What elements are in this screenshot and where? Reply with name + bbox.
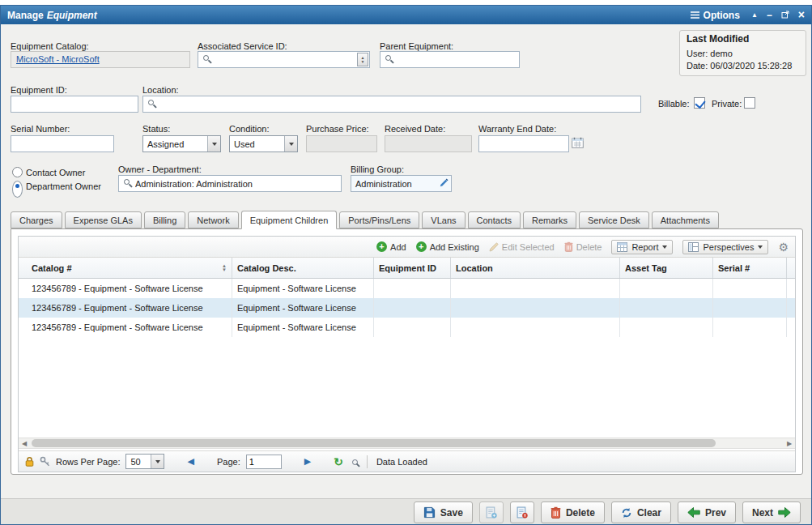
minimize-button[interactable]: − [767,11,772,20]
collapse-button[interactable]: ▲ [751,12,758,19]
tab-service-desk[interactable]: Service Desk [579,211,649,228]
status-select[interactable]: Assigned [142,135,221,152]
window-title: ManageEquipment [7,10,97,21]
equipment-id-input[interactable] [11,96,138,113]
next-button[interactable]: Next [742,502,801,523]
tab-contacts[interactable]: Contacts [468,211,521,228]
page-next-button[interactable]: ▶ [304,456,311,467]
report-button[interactable]: Report [611,240,673,254]
clear-button[interactable]: Clear [611,502,671,523]
associated-service-id-field: ▲ ▼ [198,51,370,68]
titlebar: ManageEquipment Options ▲ − × [1,6,811,24]
cell-catalog-desc: Equipment - Software License [232,298,374,318]
billable-checkbox[interactable] [694,97,705,109]
page-input[interactable] [246,455,282,469]
sort-icon: ▲▼ [222,264,227,272]
save-new-button[interactable] [479,502,504,523]
save-button[interactable]: Save [414,502,473,523]
save-close-button[interactable] [510,502,534,523]
column-header-catalog-number[interactable]: Catalog # ▲▼ [19,258,232,278]
divider [367,455,368,468]
purchase-price-label: Purchase Price: [306,124,369,134]
parent-equipment-input[interactable] [380,51,520,68]
tab-equipment-children[interactable]: Equipment Children [241,211,338,229]
lookup-spinner-button[interactable]: ▲ ▼ [357,53,368,66]
billing-group-field[interactable]: Administration [351,175,452,192]
zoom-button[interactable] [349,457,358,467]
purchase-price-field [306,135,377,152]
lock-button[interactable] [25,456,34,467]
equipment-id-label: Equipment ID: [11,85,67,95]
chevron-down-icon [284,136,297,152]
refresh-button[interactable]: ↻ [334,456,343,467]
tab-charges[interactable]: Charges [11,211,62,228]
tab-attachments[interactable]: Attachments [652,211,719,228]
delete-button[interactable]: Delete [541,502,605,523]
document-remove-icon [517,506,528,519]
arrow-left-icon: ◀ [22,440,27,447]
received-date-label: Received Date: [385,124,445,134]
arrow-left-icon: ◀ [187,456,193,466]
column-header-catalog-desc[interactable]: Catalog Desc. [232,258,374,278]
warranty-end-date-input[interactable] [478,135,569,152]
grid-settings-button[interactable]: ⚙ [778,241,789,253]
department-owner-radio[interactable] [12,181,23,198]
private-checkbox[interactable] [744,97,755,109]
report-icon [617,242,627,252]
table-row[interactable]: 123456789 - Equipment - Software License… [19,279,795,298]
calendar-button[interactable] [571,137,585,151]
close-icon: × [798,8,805,21]
options-button[interactable]: Options [691,10,740,21]
close-button[interactable]: × [798,9,805,20]
scroll-right-button[interactable]: ▶ [784,440,795,447]
tab-bar: Charges Expense GLAs Billing Network Equ… [11,210,801,228]
scrollbar-thumb[interactable] [32,439,716,447]
lock-icon [25,456,34,467]
tab-remarks[interactable]: Remarks [523,211,576,228]
calendar-icon [572,137,584,148]
tab-expense-glas[interactable]: Expense GLAs [65,211,142,228]
column-header-location[interactable]: Location [451,258,620,278]
perspectives-button[interactable]: Perspectives [682,240,768,254]
tab-billing[interactable]: Billing [144,211,185,228]
clear-button-label: Clear [637,507,661,519]
column-header-asset-tag[interactable]: Asset Tag [620,258,713,278]
popout-button[interactable] [781,11,789,20]
location-input[interactable] [142,96,641,113]
contact-owner-label: Contact Owner [26,168,85,177]
horizontal-scrollbar[interactable]: ◀ ▶ [19,438,795,449]
add-button[interactable]: + Add [376,241,406,252]
last-modified-date: Date: 06/03/2020 15:28:28 [687,60,799,72]
equipment-catalog-link[interactable]: MicroSoft - MicroSoft [16,54,100,64]
add-existing-button[interactable]: + Add Existing [416,241,479,252]
prev-button[interactable]: Prev [678,502,736,523]
serial-number-input[interactable] [11,135,114,152]
last-modified-panel: Last Modified User: demo Date: 06/03/202… [679,30,806,76]
tab-vlans[interactable]: VLans [422,211,465,228]
cell-catalog-number: 123456789 - Equipment - Software License [19,318,232,337]
cell-location [451,298,620,318]
contact-owner-radio[interactable] [12,167,23,177]
chevron-down-icon [662,245,667,249]
column-header-serial[interactable]: Serial # [713,258,787,278]
table-row[interactable]: 123456789 - Equipment - Software License… [19,318,795,337]
key-button[interactable] [40,456,50,467]
associated-service-id-input[interactable] [198,51,370,68]
serial-number-label: Serial Number: [11,124,70,134]
tab-ports-pins-lens[interactable]: Ports/Pins/Lens [339,211,419,228]
page-prev-button[interactable]: ◀ [187,456,193,467]
cell-catalog-number: 123456789 - Equipment - Software License [19,298,232,318]
spinner-down-icon: ▼ [361,60,365,64]
cell-serial [713,279,787,298]
scroll-left-button[interactable]: ◀ [19,440,30,447]
table-row[interactable]: 123456789 - Equipment - Software License… [19,298,795,318]
tab-network[interactable]: Network [188,211,238,228]
column-header-equipment-id[interactable]: Equipment ID [374,258,451,278]
condition-select[interactable]: Used [229,135,298,152]
rows-per-page-select[interactable]: 50 [125,454,164,469]
owner-department-input[interactable] [118,175,342,192]
document-plus-icon [486,506,497,519]
perspectives-icon [688,242,699,252]
last-modified-user: User: demo [687,48,799,60]
department-owner-label: Department Owner [26,181,101,191]
